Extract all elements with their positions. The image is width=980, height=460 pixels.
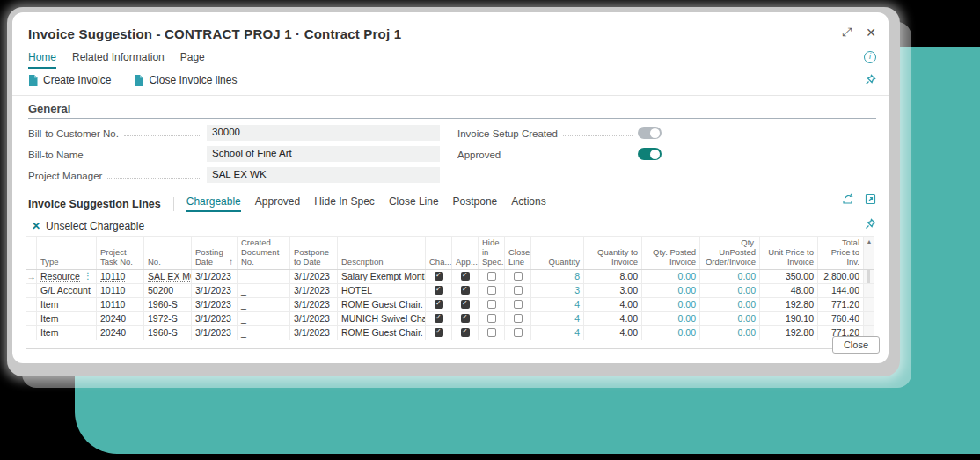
chargeable-checkbox[interactable] [435,286,443,295]
cell-qty-posted[interactable]: 0.00 [678,271,696,281]
close-invoice-lines-button[interactable]: Close Invoice lines [134,74,237,86]
bill-to-customer-no-input[interactable]: 30000 [207,125,440,141]
cell-qty-posted[interactable]: 0.00 [678,313,696,324]
cell-type[interactable]: Item [37,298,97,311]
menu-item-approved[interactable]: Approved [255,195,300,212]
header-qty-unposted[interactable]: Qty. UnPosted Order/Invoice [700,237,760,269]
cell-no[interactable]: 1960-S [144,326,192,340]
header-chargeable[interactable]: Cha... [426,237,452,269]
cell-posting-date[interactable]: 3/1/2023 [192,270,238,283]
header-description[interactable]: Description [338,237,426,269]
cell-created-doc[interactable]: _ [238,284,290,297]
cell-posting-date[interactable]: 3/1/2023 [192,312,238,325]
cell-unit-price[interactable]: 192.80 [760,326,818,340]
header-created-document-no[interactable]: Created Document No. [238,237,290,269]
cell-description[interactable]: Salary Exempt Monthly [338,270,426,283]
header-qty-posted-invoice[interactable]: Qty. Posted Invoice [642,237,700,269]
cell-project-task[interactable]: 20240 [97,312,144,325]
table-row[interactable]: Item 20240 1960-S 3/1/2023 _ 3/1/2023 RO… [26,326,874,340]
menu-item-chargeable[interactable]: Chargeable [186,195,241,212]
cell-type[interactable]: G/L Account [37,284,97,297]
cell-posting-date[interactable]: 3/1/2023 [192,326,238,340]
cell-no[interactable]: 1972-S [144,312,192,325]
tab-page[interactable]: Page [180,51,205,69]
cell-no[interactable]: SAL EX MO [148,271,192,282]
cell-qty-posted[interactable]: 0.00 [678,285,696,296]
header-unit-price[interactable]: Unit Price to Invoice [760,237,818,269]
cell-no[interactable]: 1960-S [144,298,192,311]
cell-unit-price[interactable]: 190.10 [760,312,818,325]
cell-unit-price[interactable]: 350.00 [760,270,818,283]
table-row[interactable]: Item 20240 1972-S 3/1/2023 _ 3/1/2023 MU… [26,312,874,326]
cell-qty-to-invoice[interactable]: 4.00 [584,326,642,340]
header-no[interactable]: No. [144,237,192,269]
hide-in-spec-checkbox[interactable] [487,272,496,281]
cell-qty-posted[interactable]: 0.00 [678,327,696,338]
cell-total-price[interactable]: 771.20 [818,298,864,311]
tab-related-information[interactable]: Related Information [72,51,165,69]
cell-quantity[interactable]: 4 [574,327,580,338]
approved-toggle[interactable] [638,148,662,160]
collapse-icon[interactable]: ⤢ [842,25,852,40]
close-line-checkbox[interactable] [514,272,523,281]
header-project-task-no[interactable]: Project Task No. [97,237,144,269]
project-manager-input[interactable]: SAL EX WK [207,167,440,183]
table-row[interactable]: Item 10110 1960-S 3/1/2023 _ 3/1/2023 RO… [26,298,874,312]
cell-qty-to-invoice[interactable]: 3.00 [584,284,642,297]
approved-checkbox[interactable] [461,272,470,281]
cell-project-task[interactable]: 10110 [100,271,125,282]
pin-icon[interactable] [865,74,876,85]
hide-in-spec-checkbox[interactable] [487,328,496,337]
cell-posting-date[interactable]: 3/1/2023 [192,298,238,311]
cell-posting-date[interactable]: 3/1/2023 [192,284,238,297]
menu-item-actions[interactable]: Actions [511,195,545,212]
scrollbar-top[interactable]: ▲ [864,237,874,269]
cell-quantity[interactable]: 3 [574,285,580,296]
cell-project-task[interactable]: 20240 [97,326,144,340]
cell-qty-to-invoice[interactable]: 4.00 [584,298,642,311]
approved-checkbox[interactable] [461,300,470,309]
menu-item-postpone[interactable]: Postpone [453,195,498,212]
cell-qty-unposted[interactable]: 0.00 [738,299,756,310]
share-icon[interactable] [842,193,854,205]
cell-created-doc[interactable]: _ [238,270,290,283]
cell-postpone-date[interactable]: 3/1/2023 [290,270,338,283]
header-postpone-to-date[interactable]: Postpone to Date [290,237,338,269]
close-line-checkbox[interactable] [514,314,523,323]
create-invoice-button[interactable]: Create Invoice [28,74,111,86]
cell-qty-unposted[interactable]: 0.00 [738,313,756,324]
close-icon[interactable]: ✕ [866,26,876,40]
header-close-line[interactable]: Close Line [505,237,531,269]
menu-item-close-line[interactable]: Close Line [389,195,439,212]
header-type[interactable]: Type [37,237,97,269]
chargeable-checkbox[interactable] [435,328,443,337]
approved-checkbox[interactable] [461,286,470,295]
cell-qty-unposted[interactable]: 0.00 [738,327,756,338]
hide-in-spec-checkbox[interactable] [487,286,496,295]
cell-no[interactable]: 50200 [144,284,192,297]
cell-quantity[interactable]: 4 [574,299,580,310]
cell-created-doc[interactable]: _ [238,298,290,311]
table-row[interactable]: → Resource⋮ 10110 SAL EX MO 3/1/2023 _ 3… [26,270,874,284]
menu-item-hide-in-spec[interactable]: Hide In Spec [314,195,375,212]
close-line-checkbox[interactable] [514,286,523,295]
approved-checkbox[interactable] [461,328,470,337]
header-quantity[interactable]: Quantity [531,237,584,269]
cell-description[interactable]: HOTEL [338,284,426,297]
info-icon[interactable]: i [864,51,876,63]
cell-project-task[interactable]: 10110 [97,298,144,311]
cell-postpone-date[interactable]: 3/1/2023 [290,284,338,297]
hide-in-spec-checkbox[interactable] [487,314,496,323]
close-line-checkbox[interactable] [514,300,523,309]
tab-home[interactable]: Home [28,51,56,69]
cell-total-price[interactable]: 144.00 [818,284,864,297]
cell-project-task[interactable]: 10110 [97,284,144,297]
header-hide-in-spec[interactable]: Hide in Spec. [479,237,505,269]
chargeable-checkbox[interactable] [435,314,443,323]
cell-created-doc[interactable]: _ [238,326,290,340]
kebab-menu-icon[interactable]: ⋮ [84,272,92,281]
cell-quantity[interactable]: 4 [574,313,580,324]
cell-total-price[interactable]: 2,800.00 [818,270,864,283]
cell-unit-price[interactable]: 192.80 [760,298,818,311]
header-total-price[interactable]: Total Price to Inv. [818,237,864,269]
